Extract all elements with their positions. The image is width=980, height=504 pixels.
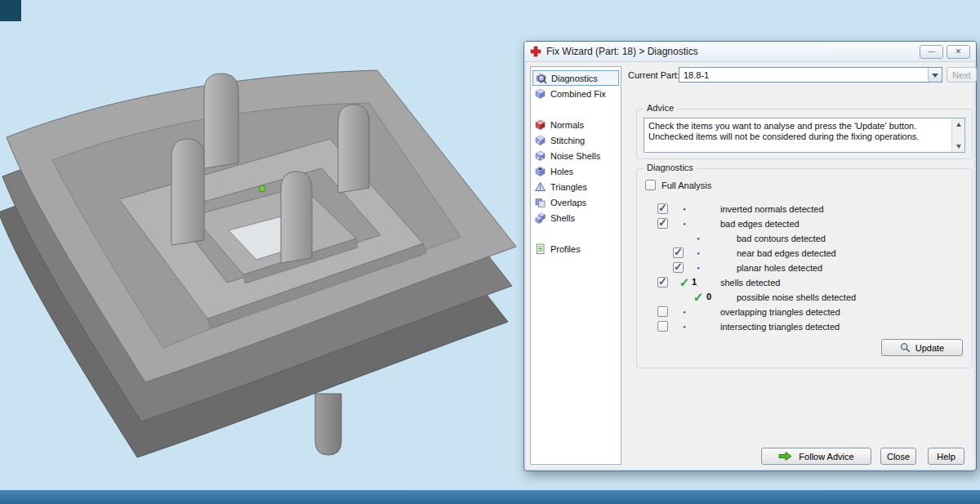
advice-groupbox: Advice Check the items you want to analy… xyxy=(636,109,973,159)
sidebar-item-holes[interactable]: Holes xyxy=(532,163,619,179)
status-icon xyxy=(691,290,706,305)
sidebar-item-combined-fix[interactable]: Combined Fix xyxy=(532,86,619,101)
full-analysis-checkbox[interactable] xyxy=(645,180,656,190)
shells-icon xyxy=(535,212,547,224)
current-part-combobox[interactable]: 18.8-1 xyxy=(679,67,942,83)
diagnostic-row: planar holes detected xyxy=(637,261,972,275)
status-icon xyxy=(677,216,692,231)
status-icon xyxy=(677,319,692,334)
advice-title: Advice xyxy=(644,103,677,113)
diagnostic-row: inverted normals detected xyxy=(637,202,972,216)
status-icon xyxy=(677,202,692,216)
checkbox[interactable] xyxy=(673,248,684,258)
sidebar-item-label: Profiles xyxy=(550,244,581,254)
sidebar-item-triangles[interactable]: Triangles xyxy=(532,179,619,194)
diagnostic-label: shells detected xyxy=(720,278,780,288)
diagnostic-label: planar holes detected xyxy=(737,263,822,273)
diagnostic-label: intersecting triangles detected xyxy=(720,322,840,332)
sidebar-item-normals[interactable]: Normals xyxy=(532,117,619,132)
model-peg xyxy=(315,394,341,455)
sidebar-item-label: Diagnostics xyxy=(551,74,598,83)
fix-wizard-dialog: Fix Wizard (Part: 18) > Diagnostics — ✕ … xyxy=(523,41,977,471)
follow-advice-label: Follow Advice xyxy=(799,452,853,462)
close-window-button[interactable]: ✕ xyxy=(947,45,970,59)
diagnostic-row: bad edges detected xyxy=(637,216,972,231)
diagnostic-label: possible noise shells detected xyxy=(737,292,856,302)
diagnostic-label: bad contours detected xyxy=(737,234,826,243)
sidebar-separator xyxy=(531,101,621,117)
model-plate xyxy=(0,70,516,457)
sidebar-item-overlaps[interactable]: Overlaps xyxy=(532,194,619,210)
full-analysis-row: Full Analysis xyxy=(645,180,711,190)
caption-buttons: — ✕ xyxy=(920,45,970,59)
advice-scrollbar[interactable] xyxy=(951,118,964,152)
checkbox[interactable] xyxy=(657,203,668,214)
diagnostic-label: bad edges detected xyxy=(720,219,800,229)
minimize-button[interactable]: — xyxy=(920,45,943,59)
scroll-down-icon[interactable] xyxy=(952,141,964,152)
profiles-icon xyxy=(535,243,547,255)
sidebar-item-diagnostics[interactable]: Diagnostics xyxy=(532,70,619,86)
model-pillar xyxy=(204,74,238,168)
sidebar-item-label: Holes xyxy=(550,167,573,176)
bottom-taskbar xyxy=(0,490,980,504)
checkbox[interactable] xyxy=(657,277,668,288)
holes-icon xyxy=(535,166,547,177)
close-button[interactable]: Close xyxy=(880,448,916,465)
status-count: 0 xyxy=(706,292,711,301)
diagnostic-row: bad contours detected xyxy=(637,231,972,246)
checkbox[interactable] xyxy=(657,321,668,332)
sidebar-item-noise-shells[interactable]: Noise Shells xyxy=(532,148,619,163)
sidebar-separator xyxy=(531,225,621,241)
checkbox[interactable] xyxy=(657,218,668,229)
follow-advice-button[interactable]: Follow Advice xyxy=(761,448,871,465)
sidebar-item-shells[interactable]: Shells xyxy=(532,210,619,225)
selection-marker xyxy=(259,185,265,192)
diagnostic-label: near bad edges detected xyxy=(737,248,836,258)
help-button[interactable]: Help xyxy=(928,448,964,465)
sidebar-item-label: Overlaps xyxy=(550,198,586,207)
sidebar-item-label: Normals xyxy=(550,120,584,130)
diagnostics-rows: inverted normals detected bad edges dete… xyxy=(637,202,972,334)
checkbox[interactable] xyxy=(673,262,684,273)
magnifier-icon xyxy=(900,342,911,353)
noise-shells-icon xyxy=(535,150,547,162)
diagnostics-title: Diagnostics xyxy=(644,163,697,172)
cube-icon xyxy=(535,88,547,100)
dialog-title: Fix Wizard (Part: 18) > Diagnostics xyxy=(546,46,698,57)
status-icon xyxy=(691,261,706,275)
full-analysis-label: Full Analysis xyxy=(662,181,711,190)
checkbox[interactable] xyxy=(657,306,668,317)
sidebar-item-label: Stitching xyxy=(550,136,585,145)
model-pillar xyxy=(281,172,312,263)
dialog-titlebar[interactable]: Fix Wizard (Part: 18) > Diagnostics — ✕ xyxy=(524,42,976,62)
diagnostic-row: near bad edges detected xyxy=(637,246,972,261)
chevron-down-icon[interactable] xyxy=(928,68,942,82)
scroll-up-icon[interactable] xyxy=(952,118,964,129)
wizard-page-list: Diagnostics Combined Fix Normal xyxy=(530,66,621,465)
diagnostic-row: overlapping triangles detected xyxy=(637,305,972,319)
advice-text: Check the items you want to analyse and … xyxy=(644,118,951,152)
status-count: 1 xyxy=(692,277,697,287)
sidebar-item-stitching[interactable]: Stitching xyxy=(532,132,619,148)
diagnostic-row: 1 shells detected xyxy=(637,275,972,290)
status-icon xyxy=(691,231,706,246)
green-arrow-icon xyxy=(778,451,792,462)
normals-icon xyxy=(535,119,547,131)
status-icon xyxy=(677,275,692,290)
stitching-icon xyxy=(535,135,547,146)
model-pillar xyxy=(172,139,204,245)
update-button-label: Update xyxy=(915,343,944,353)
sidebar-item-label: Noise Shells xyxy=(550,151,600,161)
sidebar-item-label: Triangles xyxy=(550,182,587,192)
sidebar-item-profiles[interactable]: Profiles xyxy=(532,241,619,256)
current-part-value: 18.8-1 xyxy=(679,70,928,80)
update-button[interactable]: Update xyxy=(881,339,963,356)
diagnostics-magnifier-icon xyxy=(536,73,548,84)
overlaps-icon xyxy=(535,197,547,208)
status-icon xyxy=(677,305,692,319)
3d-viewport[interactable] xyxy=(0,0,527,490)
next-button[interactable]: Next xyxy=(947,67,977,83)
diagnostic-label: overlapping triangles detected xyxy=(720,307,840,317)
current-part-label: Current Part: xyxy=(628,70,679,80)
